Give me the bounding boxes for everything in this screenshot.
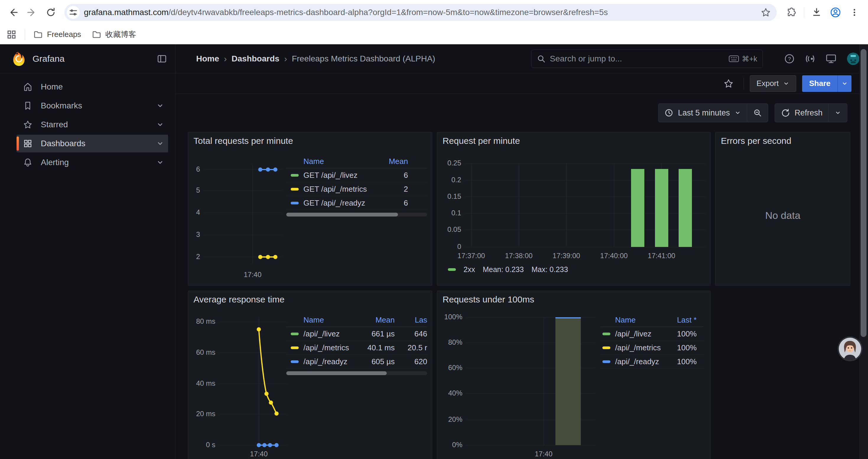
legend-header-last[interactable]: Las [395, 316, 427, 325]
legend-row: GET /api/_/metrics 2 [286, 182, 427, 196]
chevron-down-icon[interactable] [156, 159, 164, 166]
series-name[interactable]: GET /api/_/livez [303, 171, 373, 180]
legend-header-name[interactable]: Name [303, 157, 373, 166]
share-menu-button[interactable] [838, 75, 851, 92]
series-last: 100% [664, 343, 696, 352]
legend-scrollbar[interactable] [286, 371, 427, 375]
chevron-down-icon[interactable] [156, 121, 164, 129]
help-icon[interactable]: ? [784, 54, 795, 64]
chevron-down-icon[interactable] [156, 102, 164, 109]
back-icon[interactable] [4, 3, 23, 22]
user-avatar[interactable] [847, 52, 860, 65]
series-name[interactable]: /api/_/readyz [303, 357, 356, 366]
refresh-button[interactable]: Refresh [775, 104, 829, 122]
legend-header-name[interactable]: Name [303, 316, 356, 325]
menu-kebab-icon[interactable] [845, 3, 864, 22]
breadcrumb-separator: › [284, 54, 287, 64]
sidebar-item-dashboards[interactable]: Dashboards [17, 135, 168, 153]
page-scrollbar [859, 44, 868, 459]
svg-text:?: ? [788, 56, 791, 62]
sidebar-item-alerting[interactable]: Alerting [17, 154, 168, 171]
sidebar-item-starred[interactable]: Starred [17, 116, 168, 133]
bookmark-folder-freeleaps[interactable]: Freeleaps [28, 28, 87, 42]
series-color-pill [602, 333, 610, 335]
chevron-down-icon [835, 109, 841, 116]
x-tick: 17:39:00 [549, 252, 584, 260]
grafana-header: Grafana Home › Dashboards › Freeleaps Me… [0, 44, 868, 73]
refresh-group: Refresh [775, 103, 847, 122]
series-name[interactable]: GET /api/_/metrics [303, 185, 373, 194]
bookmark-star-icon[interactable] [761, 7, 771, 18]
panel-title[interactable]: Errors per second [721, 136, 791, 146]
legend-row: /api/_/livez 100% [601, 327, 704, 341]
reload-icon[interactable] [41, 3, 60, 22]
profile-icon[interactable] [826, 3, 845, 22]
series-name[interactable]: /api/_/metrics [303, 343, 356, 352]
grafana-app: Grafana Home › Dashboards › Freeleaps Me… [0, 44, 868, 459]
favorite-star-icon[interactable] [723, 78, 734, 89]
export-button[interactable]: Export [750, 75, 796, 92]
series-name[interactable]: /api/_/livez [615, 329, 664, 338]
y-tick: 100% [437, 313, 462, 321]
folder-icon [92, 30, 101, 39]
site-settings-icon[interactable] [67, 6, 80, 19]
series-mean: 6 [373, 198, 408, 208]
bookmarks-divider [25, 29, 25, 40]
news-rss-icon[interactable] [805, 54, 815, 64]
series-name[interactable]: /api/_/livez [303, 329, 356, 338]
extensions-icon[interactable] [782, 3, 801, 22]
legend-scrollbar[interactable] [286, 213, 427, 217]
sidebar-item-bookmarks[interactable]: Bookmarks [17, 97, 168, 114]
x-tick: 17:40 [241, 270, 265, 279]
time-controls: Last 5 minutes Refresh [176, 103, 868, 123]
chevron-down-icon[interactable] [156, 140, 164, 147]
search-box[interactable]: ⌘+k [531, 50, 763, 68]
series-name[interactable]: /api/_/metrics [615, 343, 664, 352]
legend-header-mean[interactable]: Mean [373, 157, 408, 166]
monitor-icon[interactable] [826, 54, 837, 64]
search-input[interactable] [550, 54, 729, 64]
series-name[interactable]: /api/_/readyz [615, 357, 664, 366]
forward-icon[interactable] [23, 3, 41, 22]
breadcrumb-dashboards[interactable]: Dashboards [231, 54, 279, 64]
y-tick: 0.15 [437, 192, 461, 201]
brand-name: Grafana [32, 54, 157, 64]
x-tick: 17:40:00 [596, 252, 632, 260]
grafana-logo-icon[interactable] [12, 51, 26, 66]
series-mean: 40.1 ms [356, 343, 395, 352]
breadcrumb-home[interactable]: Home [196, 54, 219, 64]
browser-actions [782, 3, 864, 22]
sidebar-item-label: Alerting [41, 158, 69, 167]
legend-row: /api/_/metrics 100% [601, 341, 704, 355]
apps-grid-icon[interactable] [6, 30, 17, 40]
refresh-interval-button[interactable] [829, 104, 847, 122]
share-button[interactable]: Share [802, 75, 838, 92]
url-text[interactable]: grafana.mathmast.com/d/deytv4rwavabkb/fr… [84, 8, 756, 17]
time-range-button[interactable]: Last 5 minutes [658, 104, 747, 122]
series-name[interactable]: GET /api/_/readyz [303, 198, 373, 208]
legend-row: GET /api/_/livez 6 [286, 168, 427, 182]
zoom-out-button[interactable] [747, 104, 768, 122]
bookmark-folder-blog[interactable]: 收藏博客 [87, 28, 142, 42]
panel-title[interactable]: Request per minute [442, 136, 520, 146]
legend: 2xx Mean: 0.233 Max: 0.233 [448, 265, 568, 274]
scrollbar-thumb[interactable] [861, 49, 867, 337]
dock-sidebar-icon[interactable] [157, 54, 167, 64]
panel-title[interactable]: Requests under 100ms [442, 294, 534, 304]
sidebar-item-home[interactable]: Home [17, 78, 168, 96]
legend-header-mean[interactable]: Mean [356, 316, 395, 325]
y-tick: 40% [437, 389, 462, 397]
series-color-pill [291, 188, 299, 191]
sidebar-item-label: Dashboards [41, 139, 85, 148]
series-name[interactable]: 2xx [464, 265, 475, 274]
series-mean: 2 [373, 185, 408, 194]
legend-table: Name Mean GET /api/_/livez 6 GET /api/_/… [286, 155, 427, 210]
downloads-icon[interactable] [807, 3, 826, 22]
legend-row: GET /api/_/readyz 6 [286, 196, 427, 210]
floating-avatar[interactable] [838, 337, 862, 360]
url-bar[interactable]: grafana.mathmast.com/d/deytv4rwavabkb/fr… [64, 4, 777, 21]
browser-toolbar: grafana.mathmast.com/d/deytv4rwavabkb/fr… [0, 0, 868, 25]
legend-header-name[interactable]: Name [615, 316, 664, 325]
legend-header-last[interactable]: Last * [664, 316, 696, 325]
series-max: Max: 0.233 [531, 265, 568, 274]
